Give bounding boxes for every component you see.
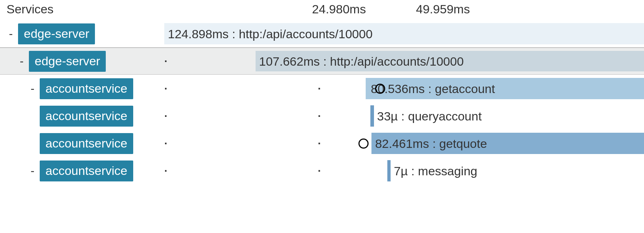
- collapse-toggle[interactable]: -: [6, 27, 15, 40]
- timeline: ··7µ : messaging: [164, 157, 644, 184]
- span-label: 107.662ms : http:/api/accounts/10000: [259, 54, 464, 68]
- trace-row[interactable]: -accountservice··7µ : messaging: [0, 157, 644, 184]
- tick-dot: ·: [318, 83, 321, 95]
- collapse-toggle[interactable]: -: [28, 82, 37, 95]
- span-label: 82.461ms : getquote: [375, 136, 487, 150]
- span-bar[interactable]: [387, 160, 391, 181]
- trace-row[interactable]: -edge-server·107.662ms : http:/api/accou…: [0, 47, 644, 75]
- tick-dot: ·: [164, 137, 167, 150]
- trace-row[interactable]: -edge-server·124.898ms : http:/api/accou…: [0, 20, 644, 47]
- span-marker-icon: [375, 84, 385, 94]
- row-left: -accountservice: [0, 75, 164, 102]
- row-left: -accountservice: [0, 157, 164, 184]
- row-left: -edge-server: [0, 20, 164, 47]
- service-badge[interactable]: accountservice: [40, 106, 133, 127]
- timeline: ·107.662ms : http:/api/accounts/10000: [164, 48, 644, 74]
- span-label: 80.536ms : getaccount: [371, 82, 495, 96]
- tick-dot: ·: [164, 55, 167, 67]
- service-badge[interactable]: edge-server: [29, 51, 106, 72]
- span-marker-icon: [358, 139, 369, 149]
- tick-dot: ·: [164, 110, 167, 122]
- timeline: ··33µ : queryaccount: [164, 102, 644, 129]
- trace-viewer: Services 24.980ms 49.959ms -edge-server·…: [0, 0, 644, 184]
- collapse-toggle[interactable]: -: [17, 54, 26, 68]
- timeline: ·124.898ms : http:/api/accounts/10000: [164, 20, 644, 47]
- tick-dot: ·: [164, 83, 167, 95]
- span-bar[interactable]: [370, 105, 374, 127]
- service-badge[interactable]: edge-server: [18, 23, 95, 44]
- time-tick-2: 49.959ms: [366, 2, 520, 16]
- trace-row[interactable]: accountservice··82.461ms : getquote: [0, 129, 644, 157]
- span-label: 124.898ms : http:/api/accounts/10000: [168, 27, 373, 41]
- row-left: accountservice: [0, 130, 164, 157]
- row-left: accountservice: [0, 102, 164, 129]
- service-badge[interactable]: accountservice: [40, 133, 133, 154]
- service-badge[interactable]: accountservice: [40, 78, 133, 99]
- tick-dot: ·: [164, 165, 167, 177]
- header-row: Services 24.980ms 49.959ms: [0, 0, 644, 20]
- trace-row[interactable]: accountservice··33µ : queryaccount: [0, 102, 644, 129]
- tick-dot: ·: [318, 137, 321, 150]
- trace-row[interactable]: -accountservice··80.536ms : getaccount: [0, 75, 644, 102]
- services-column-header: Services: [0, 2, 164, 16]
- span-label: 33µ : queryaccount: [377, 109, 482, 123]
- row-left: -edge-server: [0, 48, 164, 74]
- timeline: ··80.536ms : getaccount: [164, 75, 644, 102]
- collapse-toggle[interactable]: -: [28, 164, 37, 177]
- tick-dot: ·: [318, 165, 321, 177]
- tick-dot: ·: [318, 110, 321, 122]
- service-badge[interactable]: accountservice: [40, 161, 133, 181]
- timeline: ··82.461ms : getquote: [164, 130, 644, 157]
- span-label: 7µ : messaging: [394, 164, 477, 178]
